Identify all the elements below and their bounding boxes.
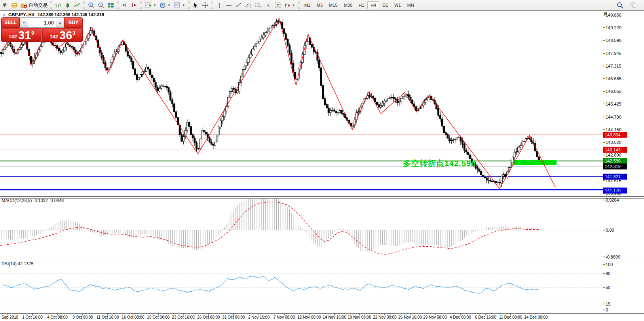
volume-decrease-button[interactable]: ▼ — [20, 18, 28, 27]
tile-windows-button[interactable] — [106, 1, 115, 9]
trendline-button[interactable] — [234, 1, 243, 9]
rsi-axis-label: 80 — [606, 271, 610, 276]
price-axis-label: 144.780 — [606, 115, 621, 119]
vertical-line-icon — [217, 2, 222, 8]
price-axis-label: 147.315 — [606, 64, 621, 68]
price-axis-label: 146.055 — [606, 89, 621, 94]
time-axis-label: 16 Oct 08:00 — [122, 315, 144, 319]
one-click-trade-panel: SELL ▼ 1.00 ▲ BUY 142 31 9 142 36 3 — [1, 17, 83, 42]
timeframe-button[interactable]: M15 — [326, 1, 340, 9]
timeframe-button[interactable]: D1 — [379, 1, 391, 9]
channel-button[interactable]: E — [243, 1, 253, 9]
sell-price-prefix: 142 — [8, 34, 17, 40]
price-badge: 142.596 — [603, 158, 627, 164]
price-axis-label: 144.150 — [606, 127, 621, 132]
price-axis-label: 145.425 — [606, 102, 621, 106]
periods-button[interactable]: ▼ — [158, 1, 172, 9]
cursor-arrow-icon — [193, 2, 198, 8]
buy-button[interactable]: BUY — [64, 17, 83, 28]
trendline-icon — [235, 2, 241, 8]
indicators-button[interactable]: ▼ — [144, 1, 158, 9]
crosshair-button[interactable] — [201, 1, 210, 9]
time-axis-label: 4 Oct 08:00 — [47, 315, 68, 319]
volume-value[interactable]: 1.00 — [28, 18, 56, 27]
horizontal-line-button[interactable] — [224, 1, 233, 9]
time-axis-label: 7 Nov 08:00 — [274, 315, 295, 319]
text-label-button[interactable]: T — [274, 1, 282, 9]
timeframe-label: M1 — [304, 3, 310, 8]
bar-chart-button[interactable] — [54, 1, 63, 9]
macd-axis-label: 0.00 — [606, 228, 614, 232]
dropdown-caret-icon: ▼ — [182, 4, 185, 7]
new-order-button[interactable]: 单 — [0, 1, 9, 9]
autotrading-icon — [21, 2, 27, 8]
cursor-button[interactable] — [192, 1, 200, 9]
price-badge: 141.821 — [603, 174, 627, 180]
chat-icon[interactable] — [630, 2, 638, 8]
timeframe-label: MN — [407, 3, 414, 8]
sell-price-sup: 9 — [31, 30, 34, 36]
candlestick-chart-button[interactable] — [63, 1, 72, 9]
auto-scroll-button[interactable] — [130, 1, 139, 9]
volume-stepper: ▼ 1.00 ▲ — [20, 17, 64, 28]
rsi-axis-label: 100 — [606, 262, 613, 267]
zoom-in-button[interactable] — [87, 1, 96, 9]
text-icon: A — [266, 2, 271, 8]
time-axis-label: 26 Nov 16:00 — [398, 315, 422, 319]
text-label-icon: T — [275, 2, 281, 8]
timeframe-button[interactable]: MN — [404, 1, 417, 9]
sell-price-main: 31 — [18, 30, 31, 41]
price-axis-label: 149.850 — [606, 13, 621, 17]
chart-canvas[interactable] — [0, 0, 644, 321]
candlestick-chart-icon — [65, 2, 71, 8]
price-axis-label: 146.685 — [606, 76, 621, 81]
timeframe-button[interactable]: M30 — [341, 1, 355, 9]
timeframe-button[interactable]: M1 — [301, 1, 313, 9]
top-toolbar: 单 自动交易 — [0, 0, 644, 11]
rsi-axis-label: 0 — [606, 308, 608, 312]
collapse-arrow-icon[interactable]: ▲ — [3, 13, 6, 16]
arrow-objects-icon — [284, 2, 291, 8]
macd-axis-label: -0.8899 — [606, 255, 620, 259]
time-axis-label: 14 Nov 16:00 — [323, 315, 346, 319]
text-button[interactable]: A — [264, 1, 273, 9]
equidistant-channel-icon: E — [245, 2, 252, 8]
time-axis-label: 19 Nov 08:00 — [348, 315, 371, 319]
template-icon — [174, 2, 180, 8]
dropdown-caret-icon: ▼ — [153, 4, 156, 7]
templates-button[interactable]: ▼ — [173, 1, 186, 9]
time-axis-label: 12 Nov 00:00 — [297, 315, 321, 319]
price-badge: 143.894 — [603, 132, 627, 138]
fibonacci-button[interactable]: F — [254, 1, 263, 9]
sell-price-panel[interactable]: 142 31 9 — [1, 28, 42, 42]
timeframe-button[interactable]: H4 — [367, 1, 379, 9]
macd-indicator-label: MACD(12,26,9) -0.1332 -0.0648 — [2, 198, 64, 203]
price-axis-label: 143.520 — [606, 140, 621, 145]
search-icon[interactable] — [617, 2, 623, 9]
volume-increase-button[interactable]: ▲ — [56, 18, 64, 27]
symbol-name: GBPJPY-,H4 — [8, 12, 34, 17]
buy-price-panel[interactable]: 142 36 3 — [42, 28, 83, 42]
vertical-line-button[interactable] — [215, 1, 224, 9]
time-axis-label: 9 Oct 00:00 — [72, 315, 93, 319]
time-axis-label: 29 Nov 08:00 — [423, 315, 447, 319]
scroll-to-end-button[interactable] — [120, 1, 129, 9]
arrows-button[interactable]: ▼ — [283, 1, 296, 9]
macd-axis-label: 0.9264 — [606, 198, 619, 202]
timeframe-button[interactable]: H1 — [355, 1, 367, 9]
svg-text:A: A — [266, 3, 270, 8]
autotrading-button[interactable]: 自动交易 — [19, 1, 49, 9]
timeframe-button[interactable]: W1 — [391, 1, 404, 9]
rsi-axis-label: 50 — [606, 285, 610, 290]
time-axis-label: 4 Dec 00:00 — [450, 315, 471, 319]
zoom-out-button[interactable] — [97, 1, 106, 9]
sell-button[interactable]: SELL — [1, 17, 20, 28]
line-chart-button[interactable] — [73, 1, 82, 9]
timeframe-label: M5 — [317, 3, 323, 8]
history-button[interactable] — [10, 1, 19, 9]
time-axis-label: 2 Nov 16:00 — [248, 315, 270, 319]
symbol-ohlc: 142.389 142.399 142.146 142.319 — [38, 12, 104, 17]
timeframe-label: D1 — [382, 3, 388, 8]
timeframe-button[interactable]: M5 — [313, 1, 326, 9]
price-axis-label: 142.890 — [606, 153, 621, 157]
